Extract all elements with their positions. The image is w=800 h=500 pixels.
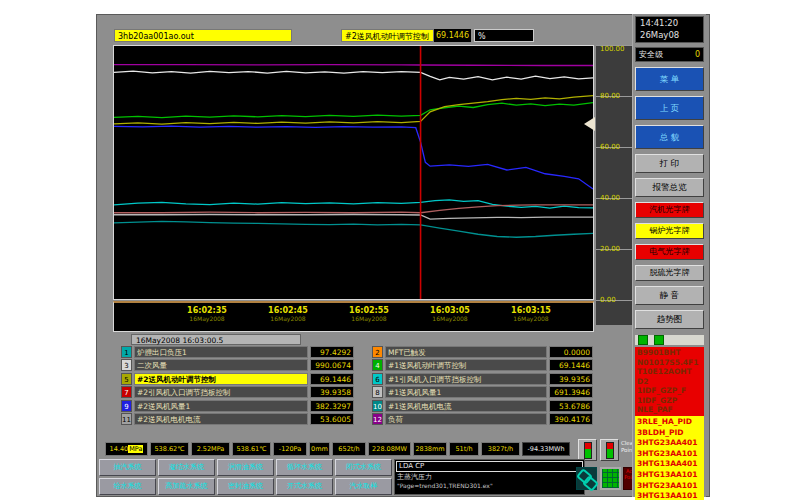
y-axis: 100.0080.0060.0040.0020.000.00 xyxy=(596,45,632,325)
alarm-entry[interactable]: 3HTG13AA401 xyxy=(637,459,704,470)
alarm-tab-b-icon[interactable] xyxy=(654,335,664,345)
alarm-led-panel-1[interactable] xyxy=(578,439,597,461)
legend-table-right: 2MFT已触发0.00004#1送风机动叶调节控制69.14466#1引风机入口… xyxy=(372,346,593,426)
x-tick-time: 16:02:55 xyxy=(337,306,401,315)
curve-color-swatch: 11 xyxy=(121,413,132,425)
alarm-entry[interactable]: NLE_PAF xyxy=(637,405,704,415)
legend-row-label: #2引风机入口调节挡板控制 xyxy=(134,386,308,398)
system-menu-button[interactable]: 给水系统 xyxy=(99,478,156,495)
legend-row[interactable]: 5#2送风机动叶调节控制69.1446 xyxy=(121,373,354,385)
sidebar-button-7[interactable]: 锅炉光字牌 xyxy=(635,223,704,239)
security-value: 0 xyxy=(695,48,700,61)
y-axis-label: 80.00 xyxy=(600,92,620,100)
x-tick-date: 16May2008 xyxy=(337,315,401,322)
alarm-led-panel-2[interactable] xyxy=(600,439,619,461)
legend-row-value: 0.0000 xyxy=(549,346,593,358)
sidebar-button-5[interactable]: 报警总览 xyxy=(635,178,704,197)
security-label: 安全级 xyxy=(639,48,663,61)
legend-row[interactable]: 9#2送风机风量1382.3297 xyxy=(121,400,354,412)
alarm-entry[interactable]: 3HTG23AA101 xyxy=(637,481,704,492)
legend-row-label: 二次风量 xyxy=(134,359,308,371)
trend-point-value: 69.1446 xyxy=(434,29,471,42)
trend-line-4 xyxy=(114,96,593,125)
curve-color-swatch: 4 xyxy=(372,359,383,371)
sidebar-button-4[interactable]: 打 印 xyxy=(635,154,704,173)
alarm-entry[interactable]: T10E12AOHT xyxy=(637,367,704,377)
system-menu-button[interactable]: 开式水系统 xyxy=(276,478,333,495)
legend-row[interactable]: 3二次风量990.0674 xyxy=(121,359,354,371)
legend-row[interactable]: 7#2引风机入口调节挡板控制39.9358 xyxy=(121,386,354,398)
alarm-entry[interactable]: 3HTG13AA101 xyxy=(637,470,704,481)
legend-row[interactable]: 10#1送风机电机电流53.6786 xyxy=(372,400,593,412)
alarm-tab-a-icon[interactable] xyxy=(638,335,648,345)
alarm-entry[interactable]: 3HTG13AA101 xyxy=(637,491,704,500)
sidebar-button-2[interactable]: 上 页 xyxy=(635,96,704,120)
legend-row-value: 69.1446 xyxy=(549,359,593,371)
sidebar: 14:41:20 26May08 安全级 0 菜 单上 页总 貌打 印报警总览汽… xyxy=(632,14,706,497)
legend-row-label: MFT已触发 xyxy=(385,346,547,358)
legend-row[interactable]: 1炉膛出口负压197.4292 xyxy=(121,346,354,358)
value-pointer-icon[interactable] xyxy=(584,117,595,131)
clock: 14:41:20 26May08 xyxy=(635,16,704,43)
sidebar-button-3[interactable]: 总 貌 xyxy=(635,125,704,149)
alarm-entry[interactable]: 3HTG23AA101 xyxy=(637,449,704,460)
sidebar-button-11[interactable]: 趋势图 xyxy=(635,310,704,329)
alarm-entry[interactable]: 1IDF_GZP xyxy=(637,396,704,406)
trend-plot-area[interactable] xyxy=(113,45,594,300)
x-tick-date: 16May2008 xyxy=(256,315,320,322)
legend-row[interactable]: 2MFT已触发0.0000 xyxy=(372,346,593,358)
sidebar-button-8[interactable]: 电气光字牌 xyxy=(635,244,704,260)
alarm-entry[interactable]: N01017S5.4F1 xyxy=(637,358,704,368)
alarm-entry[interactable]: 3RLE_HA_PID xyxy=(637,417,704,428)
trend-line-6 xyxy=(114,200,593,208)
alarm-entry[interactable]: 1IDF_GZP_F xyxy=(637,386,704,396)
system-menu-button[interactable]: 抽汽系统 xyxy=(99,459,156,476)
system-menu-row-1: 抽汽系统凝结水系统润滑油系统循环水系统闭式水系统 xyxy=(99,459,392,476)
legend-row[interactable]: 8#1送风机风量1691.3946 xyxy=(372,386,593,398)
curve-color-swatch: 8 xyxy=(372,386,383,398)
grid-display-icon[interactable] xyxy=(600,467,621,490)
legend-row[interactable]: 11#2送风机电机电流53.6005 xyxy=(121,413,354,425)
curve-color-swatch: 7 xyxy=(121,386,132,398)
x-tick-date: 16May2008 xyxy=(418,315,482,322)
legend-row[interactable]: 12负荷390.4176 xyxy=(372,413,593,425)
link-icon[interactable] xyxy=(576,467,597,490)
command-input[interactable]: LDA CP xyxy=(396,461,583,472)
led-bar-icon xyxy=(606,442,614,459)
legend-row-label: #1送风机动叶调节控制 xyxy=(385,359,547,371)
system-menu-button[interactable]: 高加疏水系统 xyxy=(158,478,215,495)
trend-point-description[interactable]: #2送风机动叶调节控制 xyxy=(341,29,434,42)
legend-row[interactable]: 6#1引风机入口调节挡板控制39.9356 xyxy=(372,373,593,385)
legend-row-value: 39.9358 xyxy=(310,386,354,398)
console-message: 主蒸汽压力 xyxy=(395,473,584,482)
trend-line-1 xyxy=(114,65,593,66)
x-tick-time: 16:02:45 xyxy=(256,306,320,315)
x-tick-time: 16:03:15 xyxy=(499,306,563,315)
alarm-entry[interactable]: B9901BHT xyxy=(637,348,704,358)
legend-row-label: #1送风机风量1 xyxy=(385,386,547,398)
system-menu-row-2: 给水系统高加疏水系统密封油系统开式水系统汽水取样 xyxy=(99,478,392,495)
sidebar-button-1[interactable]: 菜 单 xyxy=(635,67,704,91)
alarm-entry[interactable]: 3BLDH_PID xyxy=(637,428,704,439)
system-menu-button[interactable]: 密封油系统 xyxy=(217,478,274,495)
system-menu-button[interactable]: 循环水系统 xyxy=(276,459,333,476)
trend-line-9 xyxy=(114,221,593,237)
sidebar-button-10[interactable]: 静 音 xyxy=(635,286,704,305)
legend-row-label: #1送风机电机电流 xyxy=(385,400,547,412)
system-menu-button[interactable]: 汽水取样 xyxy=(335,478,392,495)
alarm-entry[interactable]: D2 xyxy=(637,377,704,387)
y-axis-label: 60.00 xyxy=(600,143,620,151)
legend-row-value: 53.6005 xyxy=(310,413,354,425)
x-tick-date: 16May2008 xyxy=(499,315,563,322)
sidebar-button-6[interactable]: 汽机光字牌 xyxy=(635,202,704,218)
system-menu-button[interactable]: 润滑油系统 xyxy=(217,459,274,476)
system-menu-button[interactable]: 凝结水系统 xyxy=(158,459,215,476)
legend-row-value: 691.3946 xyxy=(549,386,593,398)
trend-point-tag[interactable]: 3hb20aa001ao.out xyxy=(114,29,292,42)
status-value: 538.61℃ xyxy=(232,442,271,456)
alarm-entry[interactable]: 3HTG23AA401 xyxy=(637,438,704,449)
clock-time: 14:41:20 xyxy=(640,17,703,29)
system-menu-button[interactable]: 闭式水系统 xyxy=(335,459,392,476)
legend-row[interactable]: 4#1送风机动叶调节控制69.1446 xyxy=(372,359,593,371)
sidebar-button-9[interactable]: 脱硫光字牌 xyxy=(635,265,704,281)
